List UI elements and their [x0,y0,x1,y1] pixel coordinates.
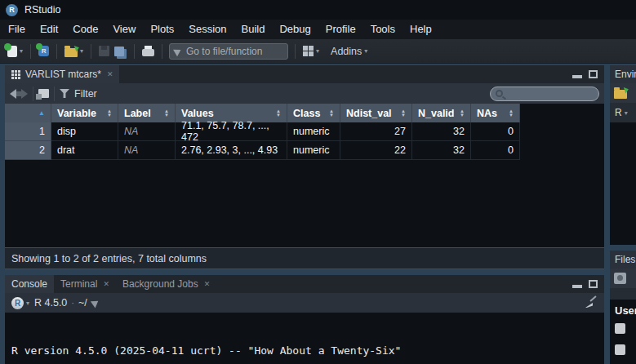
packages-filter-bar [610,288,636,300]
close-icon[interactable]: ✕ [107,70,113,78]
save-all-button[interactable] [112,45,129,58]
variables-table: ▲ Variable ▲▼ Label ▲▼ Values ▲▼ Class ▲… [5,104,604,247]
console-tab-bar: Console Terminal ✕ Background Jobs ✕ [5,275,604,293]
chevron-down-icon: ▾ [364,47,367,55]
rstudio-logo-icon: R [6,4,18,16]
chevron-down-icon[interactable]: ▾ [316,47,319,55]
toolbar-separator [33,87,33,101]
print-button[interactable] [140,44,157,58]
sort-icons: ▲▼ [276,109,281,118]
open-file-button[interactable]: ▾ [62,44,86,59]
forward-arrow-icon[interactable] [21,89,28,99]
menu-edit[interactable]: Edit [33,20,65,39]
menu-code[interactable]: Code [65,20,105,39]
menu-tools[interactable]: Tools [363,20,403,39]
open-directory-arrow-icon[interactable] [91,298,100,309]
search-icon [496,90,503,97]
save-button[interactable] [96,44,112,58]
row-number-cell: 1 [5,122,51,141]
header-label[interactable]: Label ▲▼ [118,104,176,122]
pane-layout-button[interactable]: ▾ [300,44,322,58]
working-directory-label[interactable]: ~/ [78,297,87,309]
goto-file-function-box[interactable] [169,43,288,60]
toolbar-separator [134,44,135,59]
viewer-search-box[interactable] [490,87,599,101]
ndist-val-cell: 22 [340,141,412,160]
chevron-down-icon[interactable]: ▾ [26,300,29,307]
goto-arrow-icon [173,46,183,56]
viewer-search-input[interactable] [503,89,594,99]
sort-ascending-icon: ▲ [38,109,45,117]
header-nas[interactable]: NAs ▲▼ [471,104,520,122]
back-arrow-icon[interactable] [10,89,16,99]
header-ndist-val[interactable]: Ndist_val ▲▼ [340,104,412,122]
pane-grid-icon [303,46,314,56]
new-file-icon [7,46,17,57]
sort-icons: ▲▼ [107,109,112,118]
filter-funnel-icon[interactable] [60,89,69,98]
close-icon[interactable]: ✕ [204,280,211,288]
menu-profile[interactable]: Profile [318,20,363,39]
new-project-button[interactable]: R [36,44,51,58]
packages-list: User [610,300,636,364]
tab-environment[interactable]: Environment [610,65,636,83]
table-icon [11,70,20,79]
class-cell: numeric [287,141,340,160]
maximize-icon[interactable] [589,70,598,78]
label-cell: NA [118,122,176,141]
chevron-down-icon[interactable]: ▾ [20,47,23,55]
print-icon [142,49,154,56]
viewer-toolbar: Filter [5,83,604,104]
table-row[interactable]: 1 disp NA 71.1, 75.7, 78.7, ..., 472 num… [5,122,604,141]
menu-view[interactable]: View [105,20,143,39]
menu-file[interactable]: File [1,20,33,39]
filter-button[interactable]: Filter [74,88,97,100]
minimize-icon[interactable] [572,285,582,288]
toolbar-separator [30,44,31,59]
import-dataset-folder-icon[interactable] [614,90,627,99]
variable-cell: disp [51,122,118,141]
r-session-icon[interactable]: R [11,297,24,309]
tab-background-jobs[interactable]: Background Jobs ✕ [116,275,216,293]
console-output[interactable]: R version 4.5.0 (2025-04-11 ucrt) -- "Ho… [5,313,604,364]
console-pane: Console Terminal ✕ Background Jobs ✕ R ▾… [5,275,604,364]
environment-r-selector[interactable]: R ▾ [610,103,636,122]
menu-build[interactable]: Build [234,20,273,39]
menu-help[interactable]: Help [403,20,439,39]
package-checkbox[interactable] [615,344,625,355]
header-variable[interactable]: Variable ▲▼ [51,104,118,122]
console-window-buttons [572,275,604,293]
maximize-icon[interactable] [589,280,598,288]
viewer-tab-title: VARLIST mtcars* [25,69,101,80]
goto-file-input[interactable] [186,46,282,57]
save-icon [99,46,109,56]
tab-files[interactable]: Files [610,251,636,269]
new-file-button[interactable]: ▾ [5,44,25,59]
tab-console[interactable]: Console [5,275,54,293]
rstudio-window: R RStudio File Edit Code View Plots Sess… [0,0,636,364]
header-n-valid[interactable]: N_valid ▲▼ [412,104,471,122]
clear-console-broom-icon[interactable] [585,297,598,309]
header-class[interactable]: Class ▲▼ [287,104,340,122]
close-icon[interactable]: ✕ [103,280,109,288]
r-version-label: R 4.5.0 [34,297,67,309]
viewer-window-buttons [572,65,604,83]
toolbar-separator [54,87,55,101]
show-in-new-window-icon[interactable] [38,89,49,98]
environment-body [610,122,636,245]
header-rownum[interactable]: ▲ [5,104,51,122]
tab-varlist-mtcars[interactable]: VARLIST mtcars* ✕ [5,65,119,83]
addins-button[interactable]: Addins ▾ [322,44,370,59]
install-packages-icon[interactable] [614,273,626,284]
table-row[interactable]: 2 drat NA 2.76, 2.93, 3, ..., 4.93 numer… [5,141,604,160]
menu-session[interactable]: Session [181,20,233,39]
package-checkbox[interactable] [615,323,625,334]
tab-terminal[interactable]: Terminal ✕ [54,275,116,293]
menu-debug[interactable]: Debug [272,20,318,39]
menu-plots[interactable]: Plots [143,20,181,39]
chevron-down-icon[interactable]: ▾ [80,47,83,55]
minimize-icon[interactable] [572,75,582,78]
environment-pane: Environment R ▾ [610,65,636,245]
separator-dot: · [71,298,74,308]
viewer-tab-bar: VARLIST mtcars* ✕ [5,65,604,83]
